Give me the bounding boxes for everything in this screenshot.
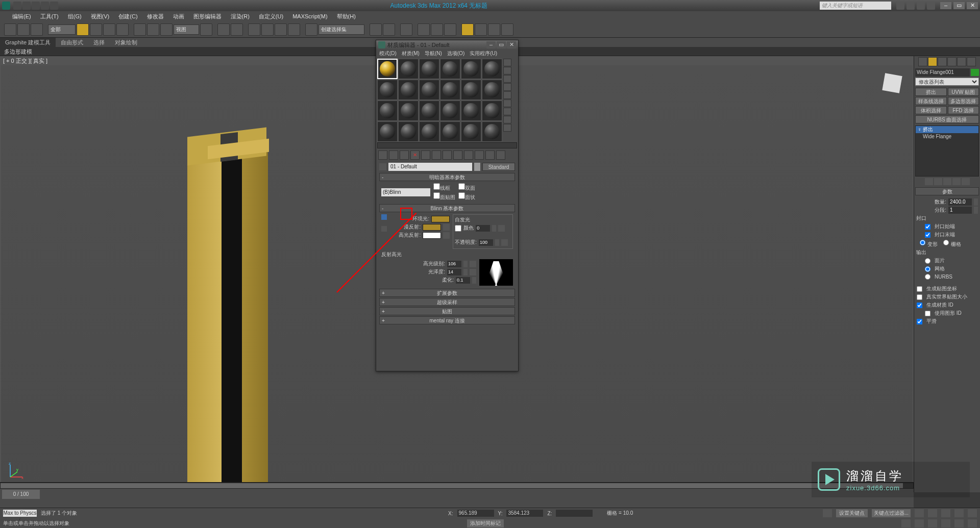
material-slot-9[interactable] <box>419 80 439 100</box>
stack-unique-icon[interactable] <box>943 178 951 185</box>
qat-undo-icon[interactable] <box>41 2 49 10</box>
keyboard-shortcut-icon[interactable] <box>231 23 243 36</box>
material-slot-7[interactable] <box>377 80 398 100</box>
selfillum-color-checkbox[interactable] <box>455 225 461 232</box>
menu-customize[interactable]: 自定义(U) <box>259 13 283 20</box>
nav-pan-icon[interactable] <box>901 519 911 527</box>
menu-edit[interactable]: 编辑(E) <box>12 13 31 20</box>
mat-map-nav-icon[interactable] <box>503 124 511 132</box>
minimize-button[interactable]: – <box>940 2 951 9</box>
timeline-ruler[interactable] <box>0 499 914 507</box>
named-selection-dropdown[interactable]: 创建选择集 <box>318 24 364 35</box>
menu-animation[interactable]: 动画 <box>173 13 184 20</box>
cap-start-checkbox[interactable] <box>925 223 930 229</box>
material-slot-4[interactable] <box>440 59 460 79</box>
faceted-checkbox[interactable] <box>458 192 465 199</box>
nav-goto-start-icon[interactable] <box>915 509 924 517</box>
material-name-dropdown[interactable] <box>474 163 480 171</box>
ambient-color-swatch[interactable] <box>431 216 450 222</box>
material-slot-13[interactable] <box>377 100 398 121</box>
gloss-map-button[interactable] <box>470 269 476 275</box>
bind-icon[interactable] <box>31 23 43 36</box>
select-icon[interactable] <box>77 23 89 36</box>
ref-coord-dropdown[interactable]: 视图 <box>174 24 199 35</box>
nav-goto-end-icon[interactable] <box>968 509 977 517</box>
maps-rollout-head[interactable]: 贴图 <box>379 307 515 315</box>
me-close-button[interactable]: ✕ <box>507 41 516 48</box>
schematic-view-icon[interactable] <box>431 23 443 36</box>
make-copy-icon[interactable] <box>421 150 430 160</box>
material-slot-20[interactable] <box>398 121 419 142</box>
close-button[interactable]: ✕ <box>967 2 978 9</box>
object-name-field[interactable]: Wide Flange001 <box>915 68 970 77</box>
modifier-list-dropdown[interactable]: 修改器列表 <box>915 78 979 86</box>
smooth-checkbox[interactable] <box>917 318 922 324</box>
specular-color-swatch[interactable] <box>423 232 441 239</box>
z-coord-field[interactable] <box>556 510 593 517</box>
render-setup-icon[interactable] <box>461 23 474 36</box>
layers-icon[interactable] <box>400 23 412 36</box>
material-slot-15[interactable] <box>419 100 439 121</box>
video-color-icon[interactable] <box>503 91 511 99</box>
me-menu-mode[interactable]: 模式(D) <box>379 50 397 57</box>
assign-to-selection-icon[interactable] <box>400 150 409 160</box>
mod-btn-ffd-sel[interactable]: FFD 选择 <box>948 106 979 114</box>
make-unique-icon[interactable] <box>432 150 441 160</box>
app-icon[interactable] <box>2 2 10 10</box>
snap-2d-icon[interactable] <box>248 23 260 36</box>
curve-editor-icon[interactable] <box>418 23 430 36</box>
material-slot-16[interactable] <box>440 100 460 121</box>
mod-btn-uvw[interactable]: UVW 贴图 <box>948 88 979 96</box>
select-region-icon[interactable] <box>103 23 115 36</box>
infocenter-search-icon[interactable] <box>896 2 904 10</box>
material-slot-1[interactable] <box>377 59 398 79</box>
slots-scrollbar[interactable] <box>377 142 517 148</box>
select-by-mat-icon[interactable] <box>503 116 511 123</box>
named-sel-edit-icon[interactable] <box>305 23 317 36</box>
make-preview-icon[interactable] <box>503 99 511 107</box>
morph-radio[interactable] <box>920 240 925 245</box>
mesh-radio[interactable] <box>925 266 930 271</box>
segs-spinner[interactable] <box>974 207 978 214</box>
material-slot-8[interactable] <box>398 80 419 100</box>
patch-radio[interactable] <box>925 258 930 263</box>
window-cross-icon[interactable] <box>116 23 129 36</box>
mod-btn-poly-sel[interactable]: 多边形选择 <box>948 97 979 105</box>
material-slot-2[interactable] <box>398 59 419 79</box>
infocenter-star-icon[interactable] <box>917 2 925 10</box>
genmap-checkbox[interactable] <box>917 286 922 291</box>
extended-rollout-head[interactable]: 扩展参数 <box>379 289 515 297</box>
ribbon-tab-freeform[interactable]: 自由形式 <box>56 38 88 47</box>
mod-btn-spline-sel[interactable]: 样条线选择 <box>915 97 947 105</box>
material-slot-6[interactable] <box>482 59 502 79</box>
viewport-label[interactable]: [ + 0 正交 ][ 真实 ] <box>3 57 47 65</box>
sample-type-icon[interactable] <box>503 59 511 66</box>
nav-zoom-icon[interactable] <box>928 519 937 527</box>
maxscript-button[interactable]: Max to Physcs ( <box>3 510 37 517</box>
panel-create-icon[interactable] <box>918 57 927 66</box>
gloss-field[interactable]: 14 <box>447 269 461 275</box>
material-slot-24[interactable] <box>482 121 502 142</box>
soften-field[interactable]: 0.1 <box>456 277 470 284</box>
amount-field[interactable]: 2400.0 <box>948 198 972 206</box>
mod-btn-extrude[interactable]: 挤出 <box>915 88 947 96</box>
nav-play-icon[interactable] <box>941 509 950 517</box>
material-slot-19[interactable] <box>377 121 398 142</box>
menu-modifiers[interactable]: 修改器 <box>147 13 164 20</box>
twoside-checkbox[interactable] <box>458 183 465 190</box>
stack-remove-icon[interactable] <box>952 178 961 185</box>
teapot-icon[interactable] <box>501 23 513 36</box>
me-maximize-button[interactable]: ▭ <box>497 41 506 48</box>
spec-level-field[interactable]: 106 <box>447 261 461 267</box>
mod-btn-vol-sel[interactable]: 体积选择 <box>915 106 947 114</box>
material-slot-17[interactable] <box>461 100 481 121</box>
align-icon[interactable] <box>383 23 395 36</box>
gloss-spinner[interactable] <box>463 269 468 275</box>
qat-open-icon[interactable] <box>22 2 31 10</box>
shader-rollout-head[interactable]: 明暗器基本参数 <box>379 173 515 181</box>
infocenter-help-icon[interactable] <box>927 2 935 10</box>
selfillum-map-button[interactable] <box>498 225 505 232</box>
material-slot-5[interactable] <box>461 59 481 79</box>
infocenter-key-icon[interactable] <box>906 2 915 10</box>
selfillum-spinner[interactable] <box>492 225 496 232</box>
